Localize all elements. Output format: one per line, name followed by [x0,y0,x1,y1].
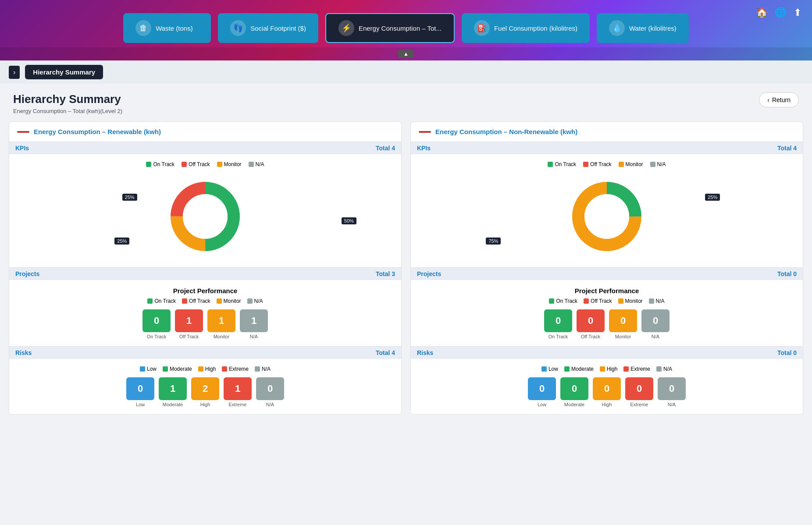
left-risk-na-label: N/A [266,402,274,407]
right-proj-on-track-badge: 0 [544,309,572,332]
right-risk-low-label: Low [538,402,546,407]
right-risks-total: Total 0 [777,349,797,356]
right-proj-on-track-label: On Track [548,334,568,339]
right-card-title: Energy Consumption – Non-Renewable (kwh) [435,128,577,135]
donut-hole [183,194,228,239]
tab-social[interactable]: 👣 Social Footprint ($) [218,13,318,43]
left-proj-na: 1 N/A [240,309,268,339]
home-icon[interactable]: 🏠 [756,7,768,18]
collapse-bar: ▲ [0,47,812,60]
left-kpi-total: Total 4 [376,145,395,152]
left-kpi-label: KPIs [15,145,29,152]
return-arrow-icon: ‹ [767,96,769,103]
left-projects-content: Project Performance On Track Off Track M… [9,280,401,346]
left-risk-badges: 0 Low 1 Moderate 2 High 1 Extreme [16,377,394,407]
left-risks-total: Total 4 [376,349,395,356]
left-projects-label: Projects [15,270,39,277]
legend-na: N/A [249,161,264,167]
left-risk-low-label: Low [136,402,145,407]
left-proj-na-label: N/A [250,334,258,339]
left-projects-total: Total 3 [376,270,395,277]
right-proj-off-track-label: Off Track [581,334,600,339]
right-label-25: 25% [705,194,720,201]
off-track-dot [182,162,187,167]
left-risk-na-badge: 0 [256,377,284,400]
monitor-text: Monitor [224,161,242,167]
right-projects-section-bar: Projects Total 0 [411,268,803,280]
left-proj-on-track-badge: 0 [142,309,171,332]
right-kpi-legend: On Track Off Track Monitor N/A [418,161,796,167]
right-risk-legend: Low Moderate High Extreme N/A [418,366,796,372]
legend-monitor: Monitor [217,161,242,167]
right-proj-na: 0 N/A [641,309,670,339]
on-track-text: On Track [153,161,175,167]
right-risk-extreme: 0 Extreme [625,377,653,407]
left-proj-off-track: 1 Off Track [175,309,203,339]
globe-icon[interactable]: 🌐 [775,7,787,18]
breadcrumb-label: Hierarchy Summary [25,65,103,79]
collapse-button[interactable]: ▲ [398,50,414,58]
right-risk-high-label: High [602,402,612,407]
right-proj-na-badge: 0 [641,309,670,332]
right-risk-moderate-badge: 0 [560,377,588,400]
left-risk-high: 2 High [191,377,219,407]
left-card-header-line [17,131,29,133]
right-projects-content: Project Performance On Track Off Track M… [411,280,803,346]
header-icons: 🏠 🌐 ⬆ [756,7,801,18]
tab-social-label: Social Footprint ($) [250,25,306,32]
tab-fuel[interactable]: ⛽ Fuel Consumption (kilolitres) [462,13,590,43]
right-risks-content: Low Moderate High Extreme N/A 0 Low 0 Mo… [411,359,803,414]
right-risk-extreme-badge: 0 [625,377,653,400]
tab-waste[interactable]: 🗑 Waste (tons) [123,13,211,43]
right-risks-label: Risks [417,349,433,356]
left-proj-monitor-badge: 1 [207,309,235,332]
header: 🏠 🌐 ⬆ 🗑 Waste (tons) 👣 Social Footprint … [0,0,812,60]
left-risk-legend: Low Moderate High Extreme N/A [16,366,394,372]
left-label-50: 50% [342,217,356,224]
right-risk-na-badge: 0 [658,377,686,400]
left-proj-on-track-label: On Track [147,334,167,339]
right-risk-extreme-label: Extreme [630,402,648,407]
left-proj-badges: 0 On Track 1 Off Track 1 Monitor 1 N/A [16,309,394,339]
left-donut-chart [166,177,245,256]
left-risk-moderate-label: Moderate [163,402,183,407]
left-risk-low-badge: 0 [126,377,154,400]
right-risk-low: 0 Low [528,377,556,407]
left-donut-wrapper: 25% 50% 25% [16,173,394,260]
return-button[interactable]: ‹ Return [759,92,799,107]
right-proj-monitor-badge: 0 [609,309,637,332]
right-kpi-content: On Track Off Track Monitor N/A 25% [411,154,803,267]
tab-water[interactable]: 💧 Water (kilolitres) [597,13,689,43]
left-risk-extreme-badge: 1 [224,377,252,400]
cards-grid: Energy Consumption – Renewable (kwh) KPI… [9,121,803,415]
right-donut-chart [567,177,646,256]
fuel-icon: ⛽ [474,20,490,36]
left-proj-monitor-label: Monitor [214,334,230,339]
export-icon[interactable]: ⬆ [794,7,801,18]
on-track-dot [146,162,151,167]
right-risk-high-badge: 0 [593,377,621,400]
left-kpi-section-bar: KPIs Total 4 [9,142,401,154]
right-label-75: 75% [486,238,501,245]
left-label-25-top: 25% [122,194,137,201]
left-risk-extreme-label: Extreme [229,402,247,407]
left-card-title: Energy Consumption – Renewable (kwh) [34,128,161,135]
right-proj-monitor-label: Monitor [615,334,631,339]
legend-off-track: Off Track [182,161,210,167]
tab-energy[interactable]: ⚡ Energy Consumption – Tot... [325,13,455,43]
left-proj-na-badge: 1 [240,309,268,332]
right-risk-high: 0 High [593,377,621,407]
left-kpi-content: On Track Off Track Monitor N/A [9,154,401,267]
off-track-text: Off Track [189,161,210,167]
left-risks-label: Risks [15,349,32,356]
page-title: Hierarchy Summary [13,92,122,106]
breadcrumb-arrow-button[interactable]: › [9,66,20,79]
right-proj-badges: 0 On Track 0 Off Track 0 Monitor 0 N/A [418,309,796,339]
left-card: Energy Consumption – Renewable (kwh) KPI… [9,121,402,415]
left-proj-off-track-badge: 1 [175,309,203,332]
left-risk-high-label: High [200,402,210,407]
tab-waste-label: Waste (tons) [156,25,192,32]
left-risk-low: 0 Low [126,377,154,407]
social-icon: 👣 [230,20,246,36]
right-kpi-section-bar: KPIs Total 4 [411,142,803,154]
